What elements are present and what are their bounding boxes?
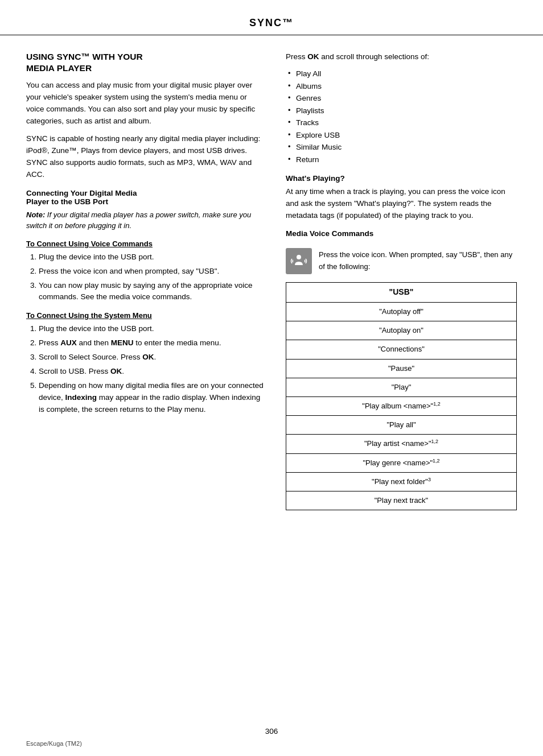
left-column: USING SYNC™ WITH YOUR MEDIA PLAYER You c… — [26, 51, 265, 510]
voice-icon-row: Press the voice icon. When prompted, say… — [286, 248, 517, 274]
commands-table: "USB" "Autoplay off" "Autoplay on" "Conn… — [286, 282, 517, 510]
table-cell: "Autoplay on" — [286, 321, 517, 340]
media-voice-heading: Media Voice Commands — [286, 229, 517, 238]
table-row: "Play next folder"3 — [286, 472, 517, 491]
table-row: "Play artist <name>"1,2 — [286, 435, 517, 453]
page-header: SYNC™ — [0, 0, 543, 35]
page-number: 306 — [265, 727, 278, 736]
table-cell: "Play next track" — [286, 491, 517, 510]
list-item: Play All — [286, 68, 517, 80]
table-row: "Connections" — [286, 340, 517, 359]
note-body: If your digital media player has a power… — [26, 210, 251, 230]
table-cell: "Connections" — [286, 340, 517, 359]
table-header-cell: "USB" — [286, 283, 517, 303]
table-row: "Play next track" — [286, 491, 517, 510]
table-cell: "Pause" — [286, 359, 517, 378]
svg-point-1 — [297, 255, 301, 259]
table-row: "Autoplay on" — [286, 321, 517, 340]
table-cell: "Play" — [286, 378, 517, 396]
table-cell: "Play genre <name>"1,2 — [286, 453, 517, 472]
voice-icon-description: Press the voice icon. When prompted, say… — [319, 248, 517, 272]
main-heading: USING SYNC™ WITH YOUR MEDIA PLAYER — [26, 51, 265, 74]
table-cell: "Play album <name>"1,2 — [286, 396, 517, 415]
system-step-4: Scroll to USB. Press OK. — [39, 366, 265, 378]
voice-step-3: You can now play music by saying any of … — [39, 280, 265, 304]
subsubheading-voice: To Connect Using Voice Commands — [26, 239, 265, 248]
list-item: Similar Music — [286, 141, 517, 154]
table-cell: "Play all" — [286, 416, 517, 435]
whats-playing-heading: What's Playing? — [286, 174, 517, 183]
list-item: Playlists — [286, 105, 517, 117]
voice-icon-box — [286, 248, 312, 274]
list-item: Albums — [286, 80, 517, 93]
selections-list: Play All Albums Genres Playlists Tracks … — [286, 68, 517, 166]
subheading-usb: Connecting Your Digital Media Player to … — [26, 189, 265, 206]
footer-brand: Escape/Kuga (TM2) — [26, 740, 82, 747]
right-column: Press OK and scroll through selections o… — [286, 51, 517, 510]
list-item: Return — [286, 154, 517, 166]
system-step-5: Depending on how many digital media file… — [39, 380, 265, 416]
voice-steps-list: Plug the device into the USB port. Press… — [39, 251, 265, 304]
table-row: "Pause" — [286, 359, 517, 378]
list-item: Explore USB — [286, 129, 517, 142]
table-row: "Autoplay off" — [286, 303, 517, 321]
whats-playing-text: At any time when a track is playing, you… — [286, 186, 517, 222]
content-area: USING SYNC™ WITH YOUR MEDIA PLAYER You c… — [0, 35, 543, 510]
voice-cmd-section: Press the voice icon. When prompted, say… — [286, 248, 517, 510]
system-step-1: Plug the device into the USB port. — [39, 323, 265, 335]
system-steps-list: Plug the device into the USB port. Press… — [39, 323, 265, 415]
intro-para2: SYNC is capable of hosting nearly any di… — [26, 133, 265, 181]
system-step-3: Scroll to Select Source. Press OK. — [39, 352, 265, 363]
subsubheading-system: To Connect Using the System Menu — [26, 311, 265, 320]
page-title: SYNC™ — [34, 17, 509, 29]
list-item: Genres — [286, 92, 517, 105]
page-wrapper: SYNC™ USING SYNC™ WITH YOUR MEDIA PLAYER… — [0, 0, 543, 756]
voice-step-2: Press the voice icon and when prompted, … — [39, 266, 265, 278]
page-footer: 306 — [0, 727, 543, 736]
system-step-2: Press AUX and then MENU to enter the med… — [39, 337, 265, 349]
list-item: Tracks — [286, 117, 517, 129]
note-label: Note: — [26, 210, 45, 219]
table-row: "Play" — [286, 378, 517, 396]
note-paragraph: Note: If your digital media player has a… — [26, 209, 265, 232]
intro-para1: You can access and play music from your … — [26, 80, 265, 127]
table-row: "Play genre <name>"1,2 — [286, 453, 517, 472]
table-row: "Play album <name>"1,2 — [286, 396, 517, 415]
table-cell: "Autoplay off" — [286, 303, 517, 321]
voice-step-1: Plug the device into the USB port. — [39, 251, 265, 263]
voice-icon — [290, 253, 307, 270]
press-ok-text: Press OK and scroll through selections o… — [286, 51, 517, 63]
table-row: "Play all" — [286, 416, 517, 435]
table-cell: "Play next folder"3 — [286, 472, 517, 491]
table-cell: "Play artist <name>"1,2 — [286, 435, 517, 453]
table-header-row: "USB" — [286, 283, 517, 303]
